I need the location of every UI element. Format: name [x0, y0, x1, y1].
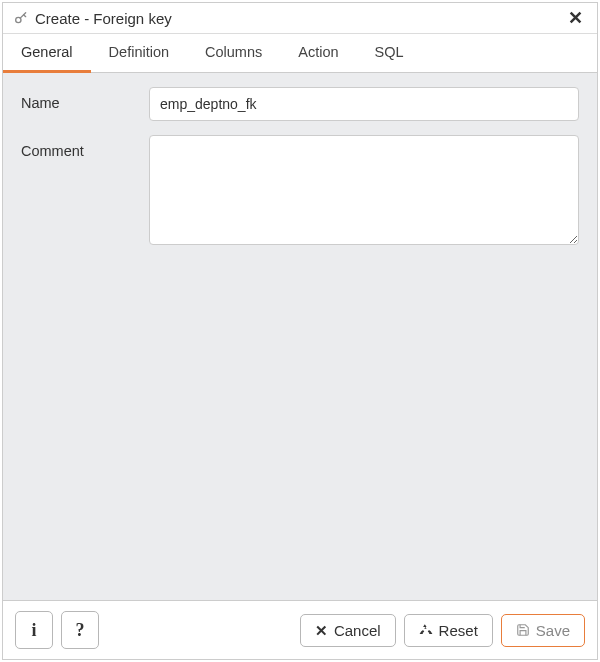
field-row-name: Name: [21, 87, 579, 121]
save-icon: [516, 623, 530, 637]
name-label: Name: [21, 87, 149, 111]
field-row-comment: Comment: [21, 135, 579, 248]
cancel-button-label: Cancel: [334, 623, 381, 638]
name-input[interactable]: [149, 87, 579, 121]
recycle-icon: [419, 623, 433, 637]
dialog-title: Create - Foreign key: [35, 10, 564, 27]
help-button[interactable]: ?: [61, 611, 99, 649]
save-button-label: Save: [536, 623, 570, 638]
key-icon: [13, 10, 29, 26]
tab-definition[interactable]: Definition: [91, 34, 187, 73]
comment-label: Comment: [21, 135, 149, 159]
titlebar: Create - Foreign key ✕: [3, 3, 597, 34]
reset-button-label: Reset: [439, 623, 478, 638]
comment-input[interactable]: [149, 135, 579, 245]
save-button[interactable]: Save: [501, 614, 585, 647]
reset-button[interactable]: Reset: [404, 614, 493, 647]
close-icon: ✕: [315, 623, 328, 638]
tab-columns[interactable]: Columns: [187, 34, 280, 73]
footer: i ? ✕ Cancel Reset Save: [3, 600, 597, 659]
create-foreign-key-dialog: Create - Foreign key ✕ General Definitio…: [2, 2, 598, 660]
tab-bar: General Definition Columns Action SQL: [3, 34, 597, 73]
tab-sql[interactable]: SQL: [357, 34, 422, 73]
tab-action[interactable]: Action: [280, 34, 356, 73]
tab-general[interactable]: General: [3, 34, 91, 73]
tab-panel-general: Name Comment: [3, 73, 597, 600]
close-button[interactable]: ✕: [564, 9, 587, 27]
info-button[interactable]: i: [15, 611, 53, 649]
cancel-button[interactable]: ✕ Cancel: [300, 614, 396, 647]
